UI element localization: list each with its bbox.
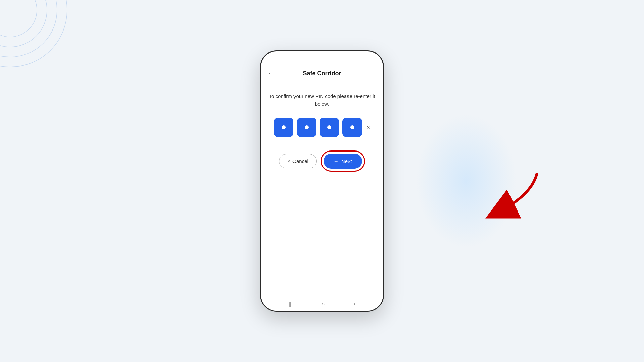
- main-content: To confirm your new PIN code please re-e…: [261, 82, 383, 297]
- pin-dot-3: [327, 125, 331, 129]
- cancel-icon: ×: [287, 158, 290, 164]
- red-arrow-annotation: [480, 168, 547, 223]
- bg-glow: [416, 114, 517, 248]
- svg-point-2: [0, 0, 57, 57]
- next-button-highlight: → Next: [321, 150, 365, 172]
- app-title: Safe Corridor: [303, 70, 341, 77]
- pin-box-3: [320, 118, 339, 137]
- next-button[interactable]: → Next: [324, 154, 362, 169]
- pin-dot-2: [305, 125, 309, 129]
- pin-input-row: ×: [274, 118, 370, 137]
- next-label: Next: [341, 158, 352, 164]
- svg-point-0: [0, 0, 37, 37]
- clear-pin-button[interactable]: ×: [367, 124, 370, 131]
- nav-recent-apps-icon: |||: [289, 301, 293, 307]
- buttons-row: × Cancel → Next: [279, 150, 365, 172]
- back-icon: ←: [268, 70, 274, 77]
- svg-point-3: [0, 0, 67, 67]
- nav-home-icon: ○: [322, 301, 325, 307]
- cancel-label: Cancel: [292, 158, 308, 164]
- app-header: ← Safe Corridor: [261, 65, 383, 82]
- bg-circles-decoration: [0, 0, 74, 74]
- phone-top-bar: [261, 51, 383, 65]
- cancel-button[interactable]: × Cancel: [279, 154, 316, 168]
- pin-box-1: [274, 118, 293, 137]
- clear-icon: ×: [367, 124, 370, 131]
- phone-frame: ← Safe Corridor To confirm your new PIN …: [260, 50, 384, 312]
- back-button[interactable]: ←: [268, 70, 274, 77]
- pin-dot-1: [282, 125, 286, 129]
- pin-dot-4: [350, 125, 354, 129]
- next-icon: →: [334, 158, 339, 164]
- pin-box-2: [297, 118, 316, 137]
- svg-point-1: [0, 0, 47, 47]
- instruction-text: To confirm your new PIN code please re-e…: [268, 93, 376, 108]
- pin-box-4: [342, 118, 362, 137]
- phone-nav-bar: ||| ○ ‹: [261, 297, 383, 312]
- nav-back-icon: ‹: [354, 301, 355, 307]
- phone-screen: ← Safe Corridor To confirm your new PIN …: [261, 65, 383, 297]
